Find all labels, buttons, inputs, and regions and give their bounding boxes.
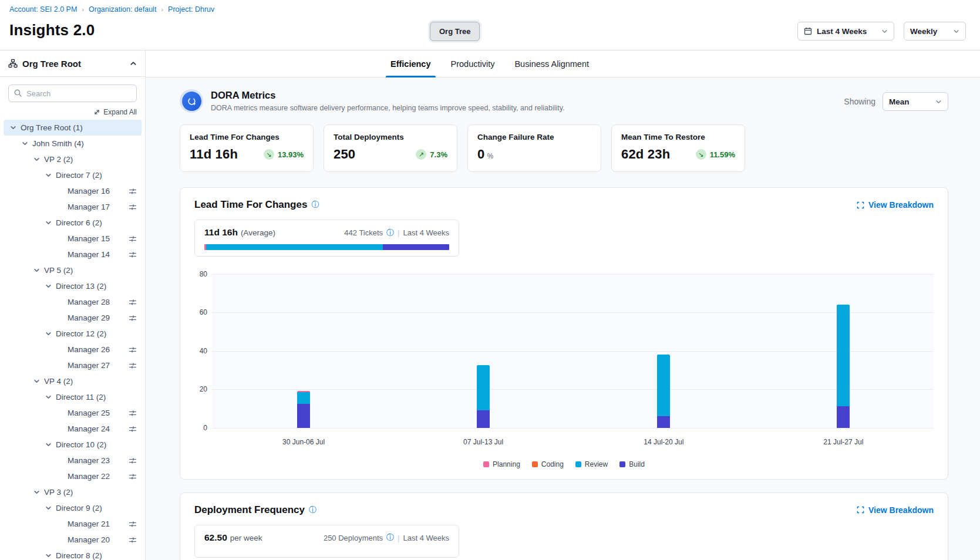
tree-item-manager-14[interactable]: Manager 14: [4, 247, 142, 262]
collapse-chevron-up-icon[interactable]: [130, 60, 137, 67]
deployment-rate-unit: per week: [230, 534, 262, 542]
sliders-icon[interactable]: [129, 299, 137, 306]
info-icon[interactable]: ⓘ: [386, 532, 394, 543]
tree-item-manager-25[interactable]: Manager 25: [4, 405, 142, 421]
search-input[interactable]: [8, 85, 137, 102]
tab-efficiency[interactable]: Efficiency: [389, 50, 432, 77]
deployments-count: 250 Deployments: [324, 534, 383, 542]
tree-item-org-tree-root-1[interactable]: Org Tree Root (1): [4, 120, 142, 136]
tree-item-vp-4-2[interactable]: VP 4 (2): [4, 373, 142, 389]
tree-item-manager-27[interactable]: Manager 27: [4, 357, 142, 373]
tab-productivity[interactable]: Productivity: [450, 50, 496, 77]
sliders-icon[interactable]: [129, 410, 137, 417]
metric-card-title: Lead Time For Changes: [190, 133, 304, 141]
tree-item-vp-3-2[interactable]: VP 3 (2): [4, 484, 142, 500]
chevron-down-icon[interactable]: [43, 552, 53, 559]
tree-item-manager-16[interactable]: Manager 16: [4, 183, 142, 199]
stacked-bar-21-jul-27-jul[interactable]: [837, 305, 850, 428]
tree-item-manager-21[interactable]: Manager 21: [4, 516, 142, 532]
tree-item-director-9-2[interactable]: Director 9 (2): [4, 500, 142, 516]
tree-item-manager-28[interactable]: Manager 28: [4, 294, 142, 310]
lead-time-view-breakdown[interactable]: View Breakdown: [857, 200, 934, 210]
breadcrumb-link-organization[interactable]: Organization: default: [89, 5, 156, 14]
chevron-down-icon[interactable]: [43, 394, 53, 400]
bar-segment-build: [837, 406, 850, 427]
tree-item-john-smith-4[interactable]: John Smith (4): [4, 136, 142, 151]
sliders-icon[interactable]: [129, 188, 137, 195]
bar-segment-build: [477, 410, 490, 427]
tree-item-label: Manager 29: [68, 313, 110, 322]
expand-all-button[interactable]: Expand All: [8, 108, 137, 116]
chevron-down-icon[interactable]: [32, 267, 41, 274]
tree-item-vp-5-2[interactable]: VP 5 (2): [4, 262, 142, 278]
info-icon[interactable]: ⓘ: [386, 228, 394, 238]
metric-card-value: 0%: [477, 147, 493, 162]
sliders-icon[interactable]: [129, 362, 137, 369]
tree-item-director-8-2[interactable]: Director 8 (2): [4, 548, 142, 560]
chevron-down-icon[interactable]: [32, 156, 41, 163]
sliders-icon[interactable]: [129, 204, 137, 211]
tree-item-manager-29[interactable]: Manager 29: [4, 310, 142, 326]
tree-item-director-6-2[interactable]: Director 6 (2): [4, 215, 142, 231]
chevron-down-icon: [935, 99, 942, 105]
legend-swatch: [575, 461, 581, 467]
tree-item-manager-17[interactable]: Manager 17: [4, 199, 142, 215]
org-tree-button[interactable]: Org Tree: [430, 22, 480, 41]
granularity-select[interactable]: Weekly: [904, 22, 966, 41]
sliders-icon[interactable]: [129, 235, 137, 242]
tree-item-vp-2-2[interactable]: VP 2 (2): [4, 151, 142, 167]
metric-card-title: Total Deployments: [334, 133, 447, 141]
chevron-down-icon[interactable]: [43, 220, 53, 226]
tree-item-manager-15[interactable]: Manager 15: [4, 231, 142, 247]
sliders-icon[interactable]: [129, 315, 137, 322]
y-axis-tick: 60: [200, 308, 207, 316]
legend-item-coding[interactable]: Coding: [532, 460, 564, 468]
date-range-select[interactable]: Last 4 Weeks: [797, 22, 894, 41]
tree-item-manager-26[interactable]: Manager 26: [4, 342, 142, 357]
metric-card-mean-time-to-restore: Mean Time To Restore62d 23h↘11.59%: [611, 124, 745, 172]
stacked-bar-14-jul-20-jul[interactable]: [657, 355, 670, 427]
breadcrumb-link-account[interactable]: Account: SEI 2.0 PM: [9, 5, 77, 14]
chevron-down-icon[interactable]: [43, 505, 53, 511]
chevron-down-icon[interactable]: [20, 140, 29, 147]
chevron-down-icon[interactable]: [32, 489, 41, 495]
chevron-down-icon[interactable]: [8, 124, 18, 131]
tree-item-manager-24[interactable]: Manager 24: [4, 421, 142, 437]
sliders-icon[interactable]: [129, 537, 137, 544]
chevron-down-icon[interactable]: [43, 441, 53, 448]
deployment-frequency-card: Deployment Frequency ⓘ View Breakdown 62…: [180, 492, 948, 560]
chevron-down-icon[interactable]: [43, 283, 53, 289]
tab-business-alignment[interactable]: Business Alignment: [513, 50, 590, 77]
phase-bar-segment-review: [206, 244, 382, 250]
info-icon[interactable]: ⓘ: [311, 200, 319, 210]
breadcrumb-link-project[interactable]: Project: Dhruv: [168, 5, 214, 14]
tree-item-director-13-2[interactable]: Director 13 (2): [4, 278, 142, 294]
legend-item-planning[interactable]: Planning: [483, 460, 520, 468]
info-icon[interactable]: ⓘ: [309, 505, 316, 515]
tree-item-manager-23[interactable]: Manager 23: [4, 453, 142, 468]
legend-item-review[interactable]: Review: [575, 460, 608, 468]
legend-item-build[interactable]: Build: [619, 460, 645, 468]
sliders-icon[interactable]: [129, 251, 137, 258]
showing-select[interactable]: Mean: [883, 92, 948, 111]
tree-item-director-10-2[interactable]: Director 10 (2): [4, 437, 142, 453]
chevron-down-icon[interactable]: [43, 172, 53, 178]
sliders-icon[interactable]: [129, 473, 137, 480]
sliders-icon[interactable]: [129, 346, 137, 353]
sliders-icon[interactable]: [129, 521, 137, 528]
tree-item-director-12-2[interactable]: Director 12 (2): [4, 326, 142, 342]
tree-item-director-7-2[interactable]: Director 7 (2): [4, 167, 142, 183]
tree-item-director-11-2[interactable]: Director 11 (2): [4, 389, 142, 405]
sliders-icon[interactable]: [129, 457, 137, 464]
stacked-bar-30-jun-06-jul[interactable]: [297, 391, 310, 427]
tree-item-manager-20[interactable]: Manager 20: [4, 532, 142, 548]
sliders-icon[interactable]: [129, 426, 137, 433]
x-axis-label: 30 Jun-06 Jul: [282, 438, 325, 446]
deployment-view-breakdown[interactable]: View Breakdown: [857, 505, 934, 515]
tree-item-label: Manager 24: [68, 424, 110, 433]
tree-item-manager-22[interactable]: Manager 22: [4, 468, 142, 484]
stacked-bar-07-jul-13-jul[interactable]: [477, 365, 490, 427]
chevron-down-icon[interactable]: [43, 330, 53, 337]
trend-percent: 13.93%: [278, 150, 304, 159]
chevron-down-icon[interactable]: [32, 378, 41, 384]
